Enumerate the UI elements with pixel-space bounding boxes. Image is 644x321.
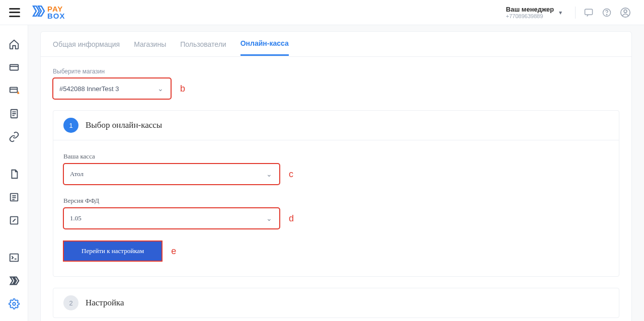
chevron-down-icon: ⌄ — [157, 85, 164, 93]
goto-settings-button[interactable]: Перейти к настройкам — [63, 241, 162, 261]
annotation-e: e — [171, 246, 176, 257]
store-select-label: Выберите магазин — [53, 68, 619, 75]
step2-number: 2 — [63, 295, 78, 310]
nav-terminal-icon[interactable] — [8, 252, 20, 264]
store-select[interactable]: #542088 InnerTest 3 ⌄ — [53, 78, 171, 99]
kassa-label: Ваша касса — [63, 152, 609, 160]
ffd-label: Версия ФФД — [63, 197, 609, 205]
manager-label: Ваш менеджер — [506, 6, 554, 13]
manager-phone: +77089639889 — [506, 13, 554, 19]
tab-stores[interactable]: Магазины — [134, 33, 166, 55]
chevron-down-icon: ⌄ — [266, 214, 272, 222]
logo-text-box: BOX — [47, 13, 65, 20]
svg-rect-0 — [585, 9, 593, 15]
tab-users[interactable]: Пользователи — [180, 33, 226, 55]
nav-link-icon[interactable] — [8, 131, 20, 143]
manager-dropdown[interactable]: Ваш менеджер +77089639889 ▾ — [506, 6, 562, 19]
nav-card-down-icon[interactable] — [8, 85, 20, 97]
step2-header[interactable]: 2 Настройка — [53, 288, 619, 317]
ffd-value: 1.05 — [70, 214, 82, 222]
tab-online-kassa[interactable]: Онлайн-касса — [240, 32, 289, 56]
chevron-down-icon: ⌄ — [266, 170, 272, 178]
svg-point-2 — [606, 14, 607, 15]
menu-toggle[interactable] — [9, 8, 20, 17]
nav-settings-icon[interactable] — [8, 298, 20, 310]
annotation-d: d — [289, 213, 294, 224]
profile-icon[interactable] — [620, 7, 631, 18]
nav-invoice-icon[interactable] — [8, 108, 20, 120]
store-select-value: #542088 InnerTest 3 — [59, 85, 119, 93]
chat-icon[interactable] — [584, 8, 594, 18]
nav-docs-icon[interactable] — [8, 168, 20, 180]
kassa-select[interactable]: Атол ⌄ — [63, 164, 280, 185]
svg-rect-10 — [10, 254, 18, 262]
step1-number: 1 — [63, 118, 78, 133]
kassa-value: Атол — [70, 170, 84, 178]
tab-general[interactable]: Общая информация — [53, 33, 120, 55]
nav-code-icon[interactable] — [8, 275, 20, 287]
svg-rect-5 — [10, 65, 18, 70]
ffd-select[interactable]: 1.05 ⌄ — [63, 208, 280, 229]
step2-title: Настройка — [86, 298, 124, 308]
annotation-c: c — [289, 169, 293, 180]
nav-list-icon[interactable] — [8, 191, 20, 203]
logo-mark-icon — [32, 5, 45, 20]
chevron-down-icon: ▾ — [559, 9, 562, 16]
svg-point-4 — [624, 10, 627, 13]
svg-rect-6 — [10, 88, 17, 93]
nav-edit-icon[interactable] — [8, 214, 20, 226]
help-icon[interactable] — [602, 8, 612, 18]
step1-title: Выбор онлайн-кассы — [86, 120, 162, 130]
logo[interactable]: PAY BOX — [32, 5, 65, 20]
step1-header: 1 Выбор онлайн-кассы — [53, 111, 619, 140]
nav-payout-icon[interactable] — [8, 61, 20, 73]
annotation-b: b — [180, 84, 185, 94]
svg-point-11 — [13, 302, 16, 305]
nav-home-icon[interactable] — [8, 38, 20, 50]
